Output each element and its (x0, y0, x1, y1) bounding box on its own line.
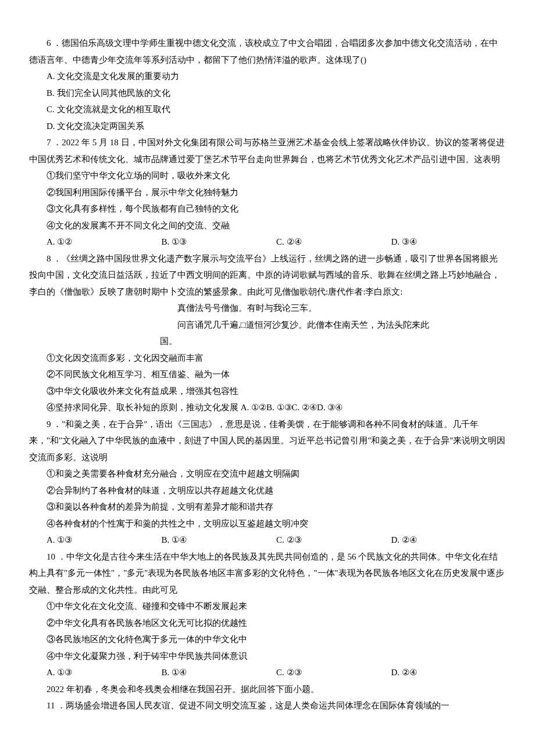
q11-stem: 11 ．两场盛会增进各国人民友谊、促进不同文明交流互鉴，这是人类命运共同体理念在… (29, 697, 506, 714)
q6-option-b: B. 我们完全认同其他民族的文化 (29, 85, 506, 102)
q10-statement-4: ④中华文化凝聚力强，利于铸牢中华民族共同体意识 (29, 648, 506, 665)
q6-option-c: C. 文化交流就是文化的相互取代 (29, 101, 506, 118)
q9-statement-4: ④各种食材的个性寓于和羹的共性之中，文明应以互鉴超越文明冲突 (29, 515, 506, 532)
q10-choices: A. ①③ B. ①④ C. ②③ D. ②④ (47, 664, 506, 681)
q7-option-b: B. ①③ (162, 234, 277, 250)
q8-statement-4-and-choices: ④坚持求同化异、取长补短的原则，推动文化发展 A. ①②B. ①③C. ②④D.… (29, 399, 506, 416)
q8-poem-line-3: 国。 (29, 333, 506, 350)
q7-statement-3: ③文化具有多样性，每个民族都有自己独特的文化 (29, 200, 506, 217)
q11-intro: 2022 年初春，冬奥会和冬残奥会相继在我国召开。据此回答下面小题。 (29, 681, 506, 698)
q10-statement-2: ②中华文化具有各民族各地区文化无可比拟的优越性 (29, 615, 506, 632)
q10-option-c: C. ②③ (276, 664, 391, 681)
q10-option-a: A. ①③ (47, 664, 162, 681)
q7-option-d: D. ③④ (391, 234, 507, 250)
q7-statement-4: ④文化的发展离不开不同文化之间的交流、交融 (29, 217, 506, 234)
q10-statement-3: ③各民族地区的文化特色寓于多元一体的中华文化中 (29, 631, 506, 648)
q10-option-d: D. ②④ (391, 664, 507, 681)
q8-statement-2: ②不同民族文化相互学习、相互借鉴、融为一体 (29, 366, 506, 383)
q7-statement-2: ②我国利用国际传播平台，展示中华文化独特魅力 (29, 184, 506, 201)
q7-statement-1: ①我们坚守中华文化立场的同时，吸收外来文化 (29, 167, 506, 184)
q7-option-c: C. ②④ (276, 234, 391, 250)
q8-poem-line-1: 真僧法号号僧伽。有时与我论三车。 (29, 300, 506, 317)
q8-statement-3: ③中华文化吸收外来文化有益成果，增强其包容性 (29, 383, 506, 400)
q8-statement-1: ①文化因交流而多彩，文化因交融而丰富 (29, 350, 506, 367)
q9-statement-1: ①和羹之美需要各种食材充分融合，文明应在交流中超越文明隔阂 (29, 465, 506, 482)
q7-choices: A. ①② B. ①③ C. ②④ D. ③④ (47, 234, 506, 250)
q10-option-b: B. ①④ (162, 664, 277, 681)
q7-option-a: A. ①② (47, 234, 162, 250)
q9-option-b: B. ①④ (162, 532, 277, 549)
q9-statement-3: ③和羹以各种食材的差异为前提，文明有差异才能和谐共存 (29, 499, 506, 515)
q8-poem-line-2: 问言诵咒几千遍,□道恒河沙复沙。此僧本住南天竺，为法头陀来此 (29, 317, 506, 334)
q9-statement-2: ②合异制约了各种食材的味道，文明应以共存超越文化优越 (29, 482, 506, 499)
q6-option-a: A. 文化交流是文化发展的重要动力 (29, 68, 506, 85)
q6-option-d: D. 文化交流决定两国关系 (29, 118, 506, 135)
q10-stem: 10 ．中华文化是古往今来生活在中华大地上的各民族及其先民共同创造的，是 56 … (29, 549, 506, 599)
q9-stem: 9 ．"和羹之美，在于合异"，语出《三国志》，意思是说，佳肴美馔，在于能够调和各… (29, 416, 506, 466)
q9-option-d: D. ②④ (391, 532, 507, 549)
q10-statement-1: ①中华文化在文化交流、碰撞和交锋中不断发展起来 (29, 598, 506, 615)
q9-choices: A. ①③ B. ①④ C. ②③ D. ②④ (47, 532, 506, 549)
q9-option-a: A. ①③ (47, 532, 162, 549)
q7-stem: 7 ．2022 年 5 月 18 日，中国对外文化集团有限公司与苏格兰亚洲艺术基… (29, 134, 506, 167)
q9-option-c: C. ②③ (276, 532, 391, 549)
q8-stem: 8 ．《丝绸之路中国段世界文化遗产数字展示与交流平台》上线运行，丝绸之路的进一步… (29, 250, 506, 300)
q6-stem: 6 ．德国伯乐高级文理中学师生重视中德文化交流，该校成立了中文合唱团，合唱团多次… (29, 35, 506, 68)
